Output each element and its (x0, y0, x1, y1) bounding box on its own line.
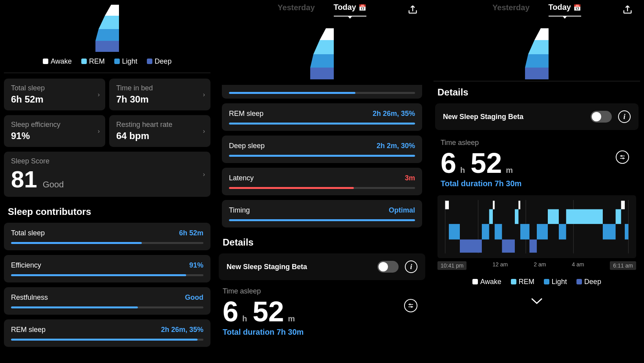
svg-marker-4 (310, 68, 334, 79)
contrib-label: REM sleep (11, 326, 46, 334)
adjust-icon[interactable] (616, 150, 629, 164)
resting-hr-label: Resting heart rate (116, 121, 203, 129)
sleep-efficiency-value: 91% (11, 130, 98, 141)
contrib-efficiency[interactable]: Efficiency 91% (4, 255, 210, 282)
total-duration: Total duration 7h 30m (441, 179, 633, 188)
time-in-bed-card[interactable]: Time in bed 7h 30m › (109, 79, 210, 110)
svg-point-19 (623, 158, 624, 159)
beta-toggle[interactable] (591, 111, 612, 123)
total-sleep-value: 6h 52m (11, 94, 98, 105)
timeline-axis: 10:41 pm 12 am 2 am 4 am 6:11 am (437, 261, 636, 270)
svg-marker-15 (534, 28, 549, 40)
svg-rect-44 (625, 224, 628, 239)
tab-yesterday[interactable]: Yesterday (278, 3, 315, 16)
sleep-score-card[interactable]: Sleep Score 81 Good › (4, 152, 210, 197)
contrib-partial (222, 85, 422, 99)
deep-swatch (147, 59, 152, 64)
sleep-stack-graphic (430, 28, 644, 79)
beta-toggle[interactable] (377, 261, 399, 273)
svg-marker-2 (99, 16, 119, 29)
svg-point-9 (409, 304, 410, 305)
total-duration: Total duration 7h 30m (223, 328, 421, 337)
sleep-staging-beta-row: New Sleep Staging Beta i (219, 253, 425, 280)
contrib-latency[interactable]: Latency3m (222, 168, 422, 195)
awake-swatch (43, 59, 48, 64)
chevron-right-icon: › (98, 91, 100, 98)
svg-rect-39 (559, 224, 566, 239)
sleep-score-word: Good (43, 180, 64, 190)
share-button[interactable] (407, 4, 418, 15)
contrib-rem[interactable]: REM sleep2h 26m, 35% (222, 103, 422, 131)
chevron-right-icon: › (203, 91, 205, 98)
info-icon[interactable]: i (405, 260, 417, 273)
svg-rect-35 (520, 224, 529, 239)
sleep-score-label: Sleep Score (11, 157, 203, 165)
time-asleep-label: Time asleep (223, 287, 421, 295)
svg-point-11 (411, 306, 412, 308)
sleep-staging-beta-row: New Sleep Staging Beta i (435, 103, 639, 130)
svg-rect-29 (489, 209, 493, 224)
total-sleep-label: Total sleep (11, 84, 98, 92)
svg-rect-27 (460, 240, 482, 253)
sleep-timeline-chart[interactable] (437, 195, 636, 258)
stage-legend: Awake REM Light Deep (430, 272, 644, 292)
sleep-efficiency-card[interactable]: Sleep efficiency 91% › (4, 115, 105, 147)
details-heading: Details (223, 237, 421, 248)
total-sleep-card[interactable]: Total sleep 6h 52m › (4, 79, 105, 110)
contrib-value: 6h 52m (179, 229, 203, 237)
chevron-right-icon: › (203, 171, 205, 178)
legend-rem: REM (89, 57, 105, 65)
chevron-right-icon: › (98, 128, 100, 135)
svg-marker-12 (525, 68, 549, 79)
time-asleep-value: 6h52m (441, 147, 633, 179)
stage-legend: Awake REM Light Deep (0, 52, 214, 71)
svg-rect-34 (518, 201, 520, 209)
tab-yesterday[interactable]: Yesterday (492, 3, 530, 16)
svg-rect-32 (502, 240, 515, 253)
info-icon[interactable]: i (618, 110, 631, 123)
svg-marker-14 (528, 40, 549, 54)
svg-marker-1 (95, 29, 119, 41)
calendar-icon: 📅 (573, 4, 581, 11)
svg-marker-13 (525, 54, 549, 68)
chevron-right-icon: › (203, 128, 205, 135)
contrib-value: 2h 26m, 35% (161, 326, 203, 334)
contrib-deep[interactable]: Deep sleep2h 2m, 30% (222, 136, 422, 163)
adjust-icon[interactable] (404, 299, 417, 312)
svg-marker-3 (105, 5, 119, 16)
svg-marker-0 (95, 41, 119, 52)
rem-swatch (81, 59, 87, 64)
svg-rect-26 (449, 224, 460, 239)
expand-chevron-icon[interactable] (430, 297, 644, 305)
svg-marker-6 (313, 40, 334, 54)
sleep-efficiency-label: Sleep efficiency (11, 121, 98, 129)
time-asleep-label: Time asleep (441, 139, 633, 147)
time-in-bed-label: Time in bed (116, 84, 203, 92)
svg-marker-7 (320, 28, 334, 40)
tab-today[interactable]: Today📅 (334, 3, 366, 16)
contrib-label: Total sleep (11, 229, 45, 237)
svg-rect-33 (515, 209, 518, 224)
svg-rect-31 (495, 224, 502, 239)
legend-deep: Deep (155, 57, 172, 65)
svg-marker-5 (310, 54, 334, 68)
contrib-total-sleep[interactable]: Total sleep 6h 52m (4, 223, 210, 250)
contrib-restfulness[interactable]: Restfulness Good (4, 287, 210, 315)
legend-light: Light (122, 57, 137, 65)
svg-rect-36 (529, 240, 537, 253)
resting-hr-card[interactable]: Resting heart rate 64 bpm › (109, 115, 210, 147)
contrib-rem[interactable]: REM sleep 2h 26m, 35% (4, 319, 210, 347)
sleep-stack-graphic (0, 5, 214, 52)
contrib-label: Restfulness (11, 293, 48, 302)
contrib-value: 91% (189, 261, 203, 270)
contrib-timing[interactable]: TimingOptimal (222, 200, 422, 227)
contrib-value: Good (185, 293, 203, 302)
svg-rect-37 (537, 224, 548, 239)
contributors-heading: Sleep contributors (8, 206, 207, 217)
time-asleep-value: 6h52m (223, 295, 421, 328)
tab-today[interactable]: Today📅 (549, 3, 581, 16)
svg-rect-30 (493, 201, 495, 209)
contrib-label: Efficiency (11, 261, 41, 270)
share-button[interactable] (622, 4, 633, 15)
svg-rect-28 (482, 224, 489, 239)
